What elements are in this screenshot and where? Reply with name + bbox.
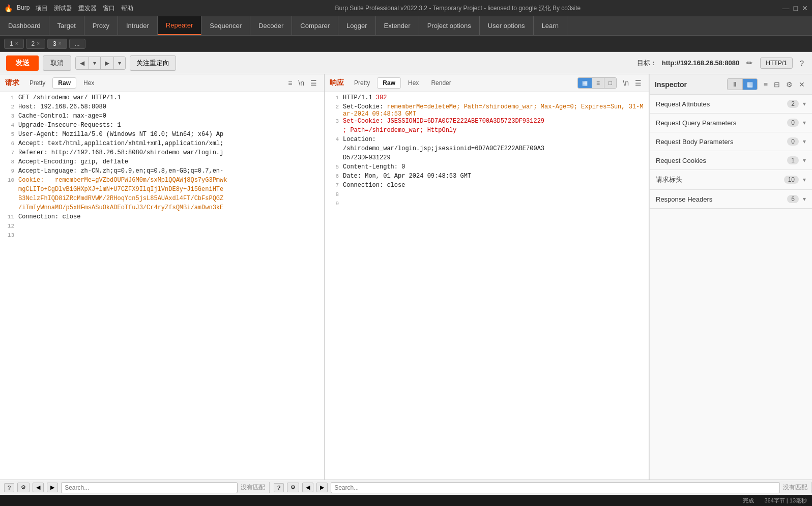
code-line: 13 bbox=[0, 232, 324, 241]
response-search-next-btn[interactable]: ▶ bbox=[316, 483, 328, 492]
response-menu-icon[interactable]: ☰ bbox=[633, 77, 644, 89]
code-line: /shirodemo_war/login.jsp;jsessionid=6D7A… bbox=[325, 145, 649, 154]
inspector-section-header[interactable]: Request Attributes 2 ▾ bbox=[650, 95, 812, 113]
inspector-close-btn[interactable]: ✕ bbox=[797, 78, 807, 90]
tab-extender[interactable]: Extender bbox=[376, 16, 419, 35]
target-label: 目标： bbox=[637, 59, 657, 68]
repeater-tab-1-close[interactable]: × bbox=[15, 41, 18, 46]
inspector-section-count: 6 bbox=[787, 195, 799, 203]
repeater-tab-2-close[interactable]: × bbox=[37, 41, 40, 46]
http-help-button[interactable]: ? bbox=[798, 58, 806, 68]
code-line: 2 Host: 192.168.26.58:8080 bbox=[0, 103, 324, 113]
tab-repeater[interactable]: Repeater bbox=[158, 16, 201, 35]
code-line: B3NclzFhIQD8iZRcMmdRVWM/2RHoqYcn5jsL85AU… bbox=[0, 195, 324, 204]
inspector-section-header[interactable]: Response Headers 6 ▾ bbox=[650, 190, 812, 208]
response-newline-icon[interactable]: \n bbox=[621, 77, 631, 89]
menu-help[interactable]: 帮助 bbox=[121, 4, 133, 13]
request-search-pane: ? ⚙ ◀ ▶ 没有匹配 bbox=[0, 482, 270, 493]
code-line: 8 Accept-Encoding: gzip, deflate bbox=[0, 158, 324, 167]
request-tab-hex[interactable]: Hex bbox=[78, 78, 99, 88]
tab-intruder[interactable]: Intruder bbox=[118, 16, 158, 35]
response-view-full-btn[interactable]: □ bbox=[604, 78, 616, 88]
tab-dashboard[interactable]: Dashboard bbox=[0, 16, 49, 35]
code-line: D5723DF931229 bbox=[325, 154, 649, 163]
request-menu-icon[interactable]: ☰ bbox=[308, 78, 319, 88]
inspector-section-header[interactable]: Request Query Parameters 0 ▾ bbox=[650, 114, 812, 132]
response-search-settings-btn[interactable]: ⚙ bbox=[287, 483, 299, 492]
tab-user-options[interactable]: User options bbox=[480, 16, 534, 35]
request-newline-icon[interactable]: \n bbox=[296, 78, 306, 88]
request-tab-raw[interactable]: Raw bbox=[52, 77, 76, 89]
response-search-input[interactable] bbox=[331, 482, 780, 493]
response-tab-hex[interactable]: Hex bbox=[403, 78, 424, 88]
repeater-tab-1[interactable]: 1 × bbox=[4, 39, 24, 49]
inspector-align-btn[interactable]: ≡ bbox=[762, 78, 770, 90]
menu-burp[interactable]: Burp bbox=[17, 4, 30, 13]
tab-target[interactable]: Target bbox=[49, 16, 84, 35]
inspector-grid-btn[interactable]: ▦ bbox=[743, 79, 757, 90]
tab-learn[interactable]: Learn bbox=[534, 16, 567, 35]
code-line: 5 User-Agent: Mozilla/5.0 (Windows NT 10… bbox=[0, 131, 324, 140]
request-search-settings-btn[interactable]: ⚙ bbox=[17, 483, 30, 492]
minimize-button[interactable]: — bbox=[782, 4, 790, 12]
inspector-section-title: Request Attributes bbox=[656, 100, 787, 108]
request-panel-header: 请求 Pretty Raw Hex ≡ \n ☰ bbox=[0, 74, 324, 92]
request-search-input[interactable] bbox=[61, 482, 238, 493]
tab-sequencer[interactable]: Sequencer bbox=[201, 16, 250, 35]
title-bar: 🔥 Burp 项目 测试器 重发器 窗口 帮助 Burp Suite Profe… bbox=[0, 0, 812, 16]
tab-project-options[interactable]: Project options bbox=[419, 16, 480, 35]
inspector-section-title: Request Query Parameters bbox=[656, 119, 787, 127]
tab-comparer[interactable]: Comparer bbox=[292, 16, 338, 35]
close-button[interactable]: ✕ bbox=[802, 4, 808, 12]
inspector-settings-btn[interactable]: ⚙ bbox=[784, 78, 795, 90]
inspector-header: Inspector ⏸ ▦ ≡ ⊟ ⚙ ✕ bbox=[650, 74, 812, 95]
response-view-list-btn[interactable]: ≡ bbox=[592, 78, 604, 88]
code-line: 8 bbox=[325, 191, 649, 200]
maximize-button[interactable]: □ bbox=[794, 4, 798, 12]
inspector-section-header[interactable]: Request Cookies 1 ▾ bbox=[650, 151, 812, 170]
request-search-next-btn[interactable]: ▶ bbox=[47, 483, 58, 492]
inspector-split-btn[interactable]: ⊟ bbox=[772, 78, 782, 90]
repeater-tab-3[interactable]: 3 × bbox=[47, 39, 67, 49]
inspector-pause-btn[interactable]: ⏸ bbox=[728, 79, 743, 90]
code-line: 4 Upgrade-Insecure-Requests: 1 bbox=[0, 122, 324, 131]
inspector-section-response-headers: Response Headers 6 ▾ bbox=[650, 190, 812, 209]
response-tab-pretty[interactable]: Pretty bbox=[349, 78, 375, 88]
prev-button[interactable]: ◀ bbox=[76, 57, 89, 69]
repeater-tab-more[interactable]: ... bbox=[69, 39, 85, 49]
response-view-split-btn[interactable]: ▦ bbox=[578, 78, 592, 88]
menu-resender[interactable]: 重发器 bbox=[78, 4, 97, 13]
edit-target-button[interactable]: ✏ bbox=[744, 58, 755, 69]
inspector-section-header[interactable]: 请求标头 10 ▾ bbox=[650, 170, 812, 189]
burp-logo: 🔥 bbox=[4, 4, 13, 12]
tab-decoder[interactable]: Decoder bbox=[250, 16, 292, 35]
next-button[interactable]: ▶ bbox=[101, 57, 114, 69]
response-tab-raw[interactable]: Raw bbox=[377, 77, 401, 89]
response-tab-render[interactable]: Render bbox=[426, 78, 456, 88]
chevron-down-icon: ▾ bbox=[803, 138, 806, 145]
inspector-section-cookies: Request Cookies 1 ▾ bbox=[650, 151, 812, 170]
send-button[interactable]: 发送 bbox=[6, 55, 39, 71]
code-line: 3 Set-Cookie: JSESSIONID=6D7A0C7E222ABE7… bbox=[325, 118, 649, 127]
main-area: 请求 Pretty Raw Hex ≡ \n ☰ 1 GET /shirodem… bbox=[0, 74, 812, 480]
follow-redirect-button[interactable]: 关注重定向 bbox=[130, 55, 176, 71]
tab-proxy[interactable]: Proxy bbox=[84, 16, 118, 35]
menu-project[interactable]: 项目 bbox=[36, 4, 48, 13]
cancel-button[interactable]: 取消 bbox=[43, 55, 71, 71]
response-panel-tabs: Pretty Raw Hex Render bbox=[349, 77, 456, 89]
request-search-help-btn[interactable]: ? bbox=[4, 483, 14, 492]
prev-dropdown-button[interactable]: ▾ bbox=[89, 57, 101, 69]
menu-window[interactable]: 窗口 bbox=[103, 4, 115, 13]
menu-tester[interactable]: 测试器 bbox=[54, 4, 72, 13]
request-search-prev-btn[interactable]: ◀ bbox=[33, 483, 44, 492]
request-tab-pretty[interactable]: Pretty bbox=[24, 78, 50, 88]
toolbar: 发送 取消 ◀ ▾ ▶ ▾ 关注重定向 目标： http://192.168.2… bbox=[0, 52, 812, 74]
response-search-prev-btn[interactable]: ◀ bbox=[302, 483, 313, 492]
tab-logger[interactable]: Logger bbox=[338, 16, 375, 35]
response-search-help-btn[interactable]: ? bbox=[274, 483, 284, 492]
next-dropdown-button[interactable]: ▾ bbox=[114, 57, 125, 69]
repeater-tab-2[interactable]: 2 × bbox=[26, 39, 46, 49]
request-align-icon[interactable]: ≡ bbox=[286, 78, 294, 88]
repeater-tab-3-close[interactable]: × bbox=[59, 41, 62, 46]
inspector-section-header[interactable]: Request Body Parameters 0 ▾ bbox=[650, 132, 812, 151]
